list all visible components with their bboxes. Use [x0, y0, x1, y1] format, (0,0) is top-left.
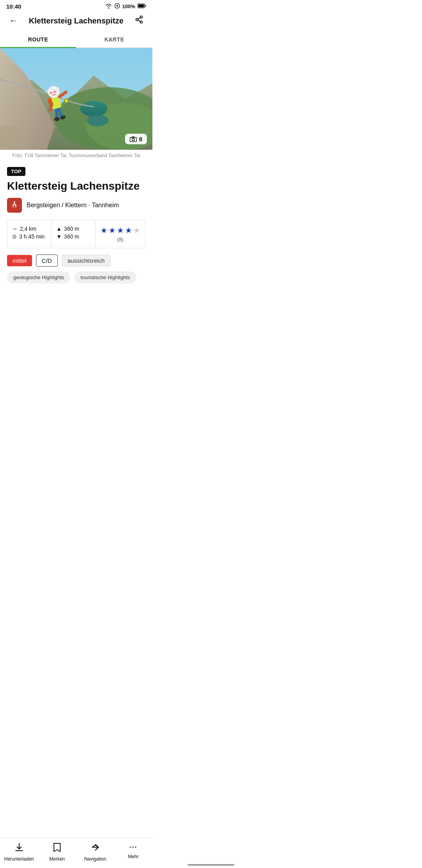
svg-point-1 [116, 5, 118, 7]
svg-point-29 [64, 99, 68, 103]
page-title: Klettersteig Lachenspitze [20, 16, 133, 25]
star-3: ★ [117, 226, 124, 235]
top-badge: TOP [7, 167, 25, 176]
ascent-value: 360 m [64, 226, 79, 232]
elevation-cell: ▲ 360 m ▼ 360 m [52, 220, 96, 248]
svg-point-15 [87, 115, 109, 126]
descent-stat: ▼ 360 m [56, 233, 91, 240]
stars: ★ ★ ★ ★ ★ [100, 226, 140, 235]
tab-route[interactable]: ROUTE [0, 31, 76, 47]
hero-image-container[interactable]: 8 [0, 48, 152, 150]
content-area: TOP Klettersteig Lachenspitze Bergsteige… [0, 161, 152, 248]
svg-rect-3 [138, 4, 144, 7]
photo-caption: Foto: TVB Tannheimer Tal, Tourismusverba… [0, 150, 152, 161]
tag-scenic[interactable]: aussichtsreich [62, 255, 111, 267]
signal-icon [114, 3, 120, 10]
svg-rect-4 [145, 5, 146, 7]
distance-stat: ↔ 2,4 km [12, 226, 46, 232]
chips-row: geologische Highlights touristische High… [0, 271, 152, 288]
chip-geological[interactable]: geologische Highlights [7, 271, 70, 283]
svg-line-8 [138, 20, 140, 22]
status-icons: 100% [105, 3, 146, 10]
route-title: Klettersteig Lachenspitze [7, 180, 145, 192]
tag-difficulty[interactable]: mittel [7, 255, 32, 266]
star-5: ★ [133, 226, 140, 235]
tab-karte[interactable]: KARTE [76, 31, 152, 47]
photo-count: 8 [139, 136, 142, 142]
header: ← Klettersteig Lachenspitze [0, 11, 152, 31]
star-1: ★ [100, 226, 107, 235]
tags-row: mittel C/D aussichtsreich [0, 255, 152, 271]
reviews-count: (8) [117, 237, 123, 242]
svg-rect-31 [130, 137, 136, 142]
stats-row: ↔ 2,4 km ⊙ 3 h 45 min ▲ 360 m ▼ 360 m ★ … [7, 220, 145, 248]
star-4: ★ [125, 226, 132, 235]
category-row: Bergsteigen / Klettern · Tannheim [7, 198, 145, 213]
descent-icon: ▼ [56, 233, 62, 240]
status-bar: 10:40 100% [0, 0, 152, 11]
camera-icon [130, 136, 137, 142]
rating-cell: ★ ★ ★ ★ ★ (8) [96, 220, 145, 248]
duration-value: 3 h 45 min [19, 233, 45, 240]
svg-point-32 [132, 138, 134, 141]
ascent-icon: ▲ [56, 226, 62, 232]
battery-icon [138, 4, 146, 9]
distance-value: 2,4 km [20, 226, 36, 232]
distance-icon: ↔ [12, 226, 18, 232]
svg-line-9 [138, 18, 140, 19]
category-icon [7, 198, 22, 213]
star-2: ★ [109, 226, 116, 235]
tag-grade[interactable]: C/D [36, 255, 58, 267]
ascent-stat: ▲ 360 m [56, 226, 91, 232]
descent-value: 360 m [64, 233, 79, 240]
duration-stat: ⊙ 3 h 45 min [12, 233, 46, 240]
share-button[interactable] [133, 15, 145, 26]
photo-count-badge[interactable]: 8 [125, 134, 147, 144]
tabs-bar: ROUTE KARTE [0, 31, 152, 48]
category-text: Bergsteigen / Klettern · Tannheim [27, 202, 119, 209]
battery-label: 100% [122, 4, 135, 9]
wifi-icon [105, 3, 112, 10]
status-time: 10:40 [6, 3, 21, 10]
clock-icon: ⊙ [12, 233, 17, 240]
distance-duration-cell: ↔ 2,4 km ⊙ 3 h 45 min [7, 220, 52, 248]
chip-tourist[interactable]: touristische Highlights [74, 271, 136, 283]
back-button[interactable]: ← [7, 16, 20, 26]
svg-point-14 [80, 101, 107, 117]
